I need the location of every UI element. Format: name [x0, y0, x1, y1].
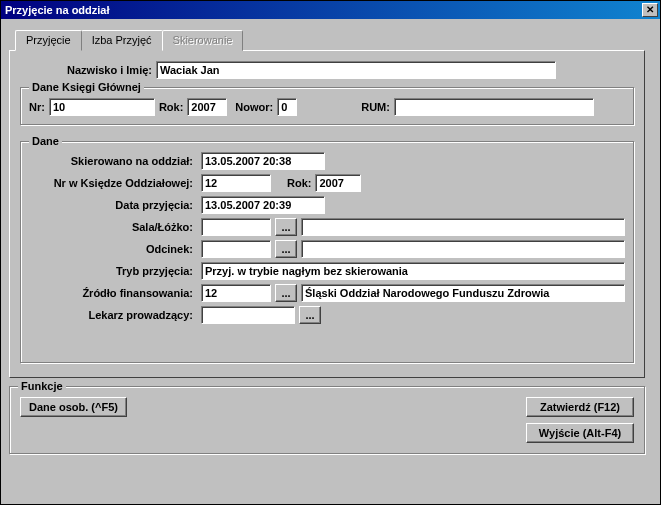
- sala-browse-button[interactable]: ...: [275, 218, 297, 236]
- odcinek-desc-field[interactable]: [301, 240, 625, 258]
- lekarz-label: Lekarz prowadzący:: [29, 309, 197, 321]
- tryb-label: Tryb przyjęcia:: [29, 265, 197, 277]
- dataprz-label: Data przyjęcia:: [29, 199, 197, 211]
- tab-label: Skierowanie: [173, 34, 233, 46]
- rum-label: RUM:: [361, 101, 390, 113]
- sala-label: Sala/Łóżko:: [29, 221, 197, 233]
- nrko-label: Nr w Księdze Oddziałowej:: [29, 177, 197, 189]
- nowor-label: Nowor:: [235, 101, 273, 113]
- dane-osob-button[interactable]: Dane osob. (^F5): [20, 397, 127, 417]
- nr-label: Nr:: [29, 101, 45, 113]
- titlebar: Przyjęcie na oddział ✕: [1, 1, 660, 19]
- tab-skierowanie: Skierowanie: [162, 30, 244, 51]
- odcinek-browse-button[interactable]: ...: [275, 240, 297, 258]
- tab-panel: Nazwisko i Imię: Dane Księgi Głównej Nr:…: [9, 50, 645, 378]
- name-field[interactable]: [156, 61, 556, 79]
- group-dane: Dane Skierowano na oddział: Nr w Księdze…: [20, 141, 634, 363]
- nrko-rok-label: Rok:: [287, 177, 311, 189]
- nrko-field[interactable]: [201, 174, 271, 192]
- group-legend: Dane Księgi Głównej: [29, 81, 144, 93]
- zrodlo-desc-field[interactable]: [301, 284, 625, 302]
- dataprz-field[interactable]: [201, 196, 325, 214]
- tab-label: Izba Przyjęć: [92, 34, 152, 46]
- zrodlo-label: Źródło finansowania:: [29, 287, 197, 299]
- zrodlo-field[interactable]: [201, 284, 271, 302]
- window-title: Przyjęcie na oddział: [5, 4, 110, 16]
- nrko-rok-field[interactable]: [315, 174, 361, 192]
- skierowano-label: Skierowano na oddział:: [29, 155, 197, 167]
- tab-strip: Przyjęcie Izba Przyjęć Skierowanie: [15, 29, 652, 50]
- rok-field[interactable]: [187, 98, 227, 116]
- close-icon: ✕: [646, 5, 654, 15]
- wyjscie-button[interactable]: Wyjście (Alt-F4): [526, 423, 634, 443]
- lekarz-browse-button[interactable]: ...: [299, 306, 321, 324]
- tab-przyjecie[interactable]: Przyjęcie: [15, 30, 82, 51]
- zatwierdz-button[interactable]: Zatwierdź (F12): [526, 397, 634, 417]
- close-button[interactable]: ✕: [642, 3, 658, 17]
- lekarz-field[interactable]: [201, 306, 295, 324]
- nowor-field[interactable]: [277, 98, 297, 116]
- sala-desc-field[interactable]: [301, 218, 625, 236]
- sala-field[interactable]: [201, 218, 271, 236]
- zrodlo-browse-button[interactable]: ...: [275, 284, 297, 302]
- skierowano-field[interactable]: [201, 152, 325, 170]
- tab-izba-przyjec[interactable]: Izba Przyjęć: [81, 30, 163, 51]
- odcinek-field[interactable]: [201, 240, 271, 258]
- tab-label: Przyjęcie: [26, 34, 71, 46]
- nr-field[interactable]: [49, 98, 155, 116]
- group-legend: Funkcje: [18, 380, 66, 392]
- group-ksiega-glowna: Dane Księgi Głównej Nr: Rok: Nowor: RUM:: [20, 87, 634, 125]
- group-funkcje: Funkcje Dane osob. (^F5) Zatwierdź (F12)…: [9, 386, 645, 454]
- odcinek-label: Odcinek:: [29, 243, 197, 255]
- dialog-window: Przyjęcie na oddział ✕ Przyjęcie Izba Pr…: [0, 0, 661, 505]
- group-legend: Dane: [29, 135, 62, 147]
- rum-field[interactable]: [394, 98, 594, 116]
- tryb-field[interactable]: [201, 262, 625, 280]
- rok-label: Rok:: [159, 101, 183, 113]
- name-label: Nazwisko i Imię:: [20, 64, 152, 76]
